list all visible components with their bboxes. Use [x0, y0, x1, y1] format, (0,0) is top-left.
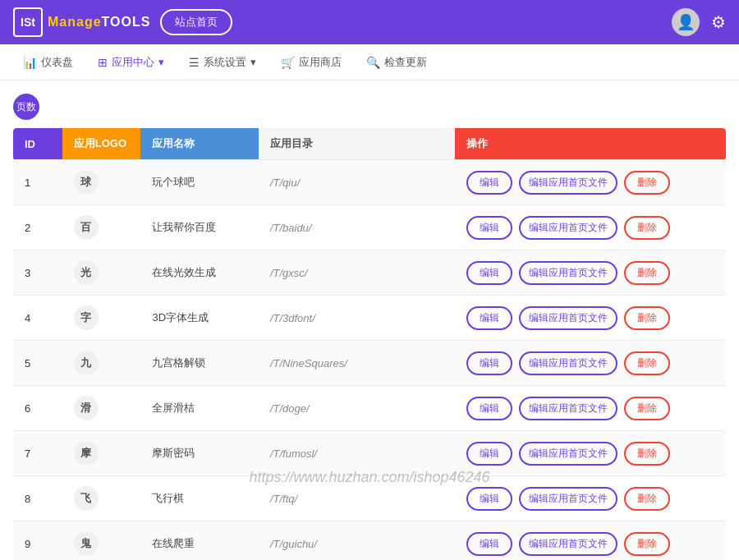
nav-label-check-update: 检查更新: [384, 55, 427, 70]
nav-label-app-center: 应用中心: [112, 55, 154, 70]
cell-logo: 鬼: [62, 521, 141, 561]
nav-item-app-center[interactable]: ⊞ 应用中心 ▾: [88, 50, 174, 75]
header-right: 👤 ⚙: [672, 8, 726, 36]
logo-rest: TOOLS: [102, 15, 151, 29]
edit-home-button[interactable]: 编辑应用首页文件: [519, 216, 617, 240]
edit-home-button[interactable]: 编辑应用首页文件: [519, 397, 617, 420]
cell-name: 飞行棋: [140, 476, 258, 521]
th-logo: 应用LOGO: [62, 128, 141, 160]
cell-id: 5: [13, 341, 62, 386]
delete-button[interactable]: 删除: [624, 171, 670, 195]
edit-home-button[interactable]: 编辑应用首页文件: [519, 442, 617, 466]
cell-path: /T/gxsc/: [259, 250, 455, 296]
settings-icon: ☰: [189, 56, 200, 69]
table-header-row: ID 应用LOGO 应用名称 应用目录 操作: [13, 128, 726, 160]
cell-name: 在线光效生成: [140, 250, 258, 296]
cell-id: 7: [13, 431, 62, 476]
cell-action: 编辑 编辑应用首页文件 删除: [455, 250, 726, 296]
check-update-icon: 🔍: [366, 56, 380, 69]
content-area: 页数 ID 应用LOGO 应用名称 应用目录 操作 1 球 玩个球吧 /T/qi…: [0, 80, 739, 560]
home-button[interactable]: 站点首页: [160, 9, 232, 35]
edit-button[interactable]: 编辑: [466, 306, 512, 330]
cell-logo: 摩: [62, 431, 141, 476]
cell-path: /T/qiu/: [259, 160, 455, 205]
cell-name: 3D字体生成: [140, 296, 258, 341]
app-table: ID 应用LOGO 应用名称 应用目录 操作 1 球 玩个球吧 /T/qiu/ …: [13, 128, 726, 560]
edit-button[interactable]: 编辑: [466, 487, 512, 511]
nav-item-app-store[interactable]: 🛒 应用商店: [271, 50, 351, 75]
nav-item-dashboard[interactable]: 📊 仪表盘: [13, 50, 83, 75]
logo-char: 九: [74, 351, 99, 375]
cell-logo: 字: [62, 296, 141, 341]
breadcrumb-area: 页数: [13, 89, 726, 128]
edit-button[interactable]: 编辑: [466, 216, 512, 240]
logo-icon: ISt: [13, 7, 43, 37]
delete-button[interactable]: 删除: [624, 442, 670, 466]
table-row: 5 九 九宫格解锁 /T/NineSquares/ 编辑 编辑应用首页文件 删除: [13, 341, 726, 386]
logo-char: 字: [74, 305, 99, 330]
cell-action: 编辑 编辑应用首页文件 删除: [455, 521, 726, 561]
header: ISt ManageTOOLS 站点首页 👤 ⚙: [0, 0, 739, 44]
table-body: 1 球 玩个球吧 /T/qiu/ 编辑 编辑应用首页文件 删除 2 百 让我帮你…: [13, 160, 726, 561]
nav-label-settings: 系统设置: [204, 55, 246, 70]
table-row: 6 滑 全屏滑桔 /T/doge/ 编辑 编辑应用首页文件 删除: [13, 386, 726, 431]
th-id: ID: [13, 128, 62, 160]
edit-home-button[interactable]: 编辑应用首页文件: [519, 261, 617, 285]
cell-action: 编辑 编辑应用首页文件 删除: [455, 476, 726, 521]
delete-button[interactable]: 删除: [624, 487, 670, 511]
cell-path: /T/NineSquares/: [259, 341, 455, 386]
table-row: 3 光 在线光效生成 /T/gxsc/ 编辑 编辑应用首页文件 删除: [13, 250, 726, 296]
delete-button[interactable]: 删除: [624, 532, 670, 556]
logo-char: 光: [74, 260, 99, 285]
edit-home-button[interactable]: 编辑应用首页文件: [519, 171, 617, 195]
delete-button[interactable]: 删除: [624, 261, 670, 285]
delete-button[interactable]: 删除: [624, 306, 670, 330]
cell-id: 8: [13, 476, 62, 521]
logo-char: 鬼: [74, 531, 99, 556]
cell-id: 4: [13, 296, 62, 341]
logo-char: 滑: [74, 396, 99, 420]
cell-path: /T/3dfont/: [259, 296, 455, 341]
cell-action: 编辑 编辑应用首页文件 删除: [455, 160, 726, 205]
edit-home-button[interactable]: 编辑应用首页文件: [519, 487, 617, 511]
navbar: 📊 仪表盘 ⊞ 应用中心 ▾ ☰ 系统设置 ▾ 🛒 应用商店 🔍 检查更新: [0, 44, 739, 80]
nav-item-check-update[interactable]: 🔍 检查更新: [356, 50, 437, 75]
logo-char: 飞: [74, 486, 99, 511]
cell-path: /T/doge/: [259, 386, 455, 431]
cell-action: 编辑 编辑应用首页文件 删除: [455, 296, 726, 341]
edit-button[interactable]: 编辑: [466, 532, 512, 556]
delete-button[interactable]: 删除: [624, 351, 670, 375]
delete-button[interactable]: 删除: [624, 397, 670, 420]
gear-icon[interactable]: ⚙: [711, 12, 726, 32]
logo-char: 摩: [74, 441, 99, 466]
cell-action: 编辑 编辑应用首页文件 删除: [455, 341, 726, 386]
cell-logo: 滑: [62, 386, 141, 431]
logo-char: 百: [74, 215, 99, 240]
edit-button[interactable]: 编辑: [466, 261, 512, 285]
header-left: ISt ManageTOOLS 站点首页: [13, 7, 232, 37]
th-name: 应用名称: [140, 128, 258, 160]
cell-logo: 飞: [62, 476, 141, 521]
nav-item-settings[interactable]: ☰ 系统设置 ▾: [179, 50, 266, 75]
edit-button[interactable]: 编辑: [466, 171, 512, 195]
cell-path: /T/ftq/: [259, 476, 455, 521]
edit-button[interactable]: 编辑: [466, 351, 512, 375]
edit-home-button[interactable]: 编辑应用首页文件: [519, 306, 617, 330]
cell-logo: 光: [62, 250, 141, 296]
cell-id: 2: [13, 205, 62, 250]
edit-button[interactable]: 编辑: [466, 397, 512, 420]
table-row: 2 百 让我帮你百度 /T/baidu/ 编辑 编辑应用首页文件 删除: [13, 205, 726, 250]
edit-home-button[interactable]: 编辑应用首页文件: [519, 532, 617, 556]
table-row: 4 字 3D字体生成 /T/3dfont/ 编辑 编辑应用首页文件 删除: [13, 296, 726, 341]
app-center-arrow-icon: ▾: [158, 56, 164, 68]
edit-button[interactable]: 编辑: [466, 442, 512, 466]
delete-button[interactable]: 删除: [624, 216, 670, 240]
table-row: 8 飞 飞行棋 /T/ftq/ 编辑 编辑应用首页文件 删除: [13, 476, 726, 521]
cell-path: /T/fumosl/: [259, 431, 455, 476]
cell-name: 玩个球吧: [140, 160, 258, 205]
edit-home-button[interactable]: 编辑应用首页文件: [519, 351, 617, 375]
table-row: 9 鬼 在线爬重 /T/guichu/ 编辑 编辑应用首页文件 删除: [13, 521, 726, 561]
cell-id: 1: [13, 160, 62, 205]
cell-id: 6: [13, 386, 62, 431]
app-store-icon: 🛒: [281, 56, 295, 69]
